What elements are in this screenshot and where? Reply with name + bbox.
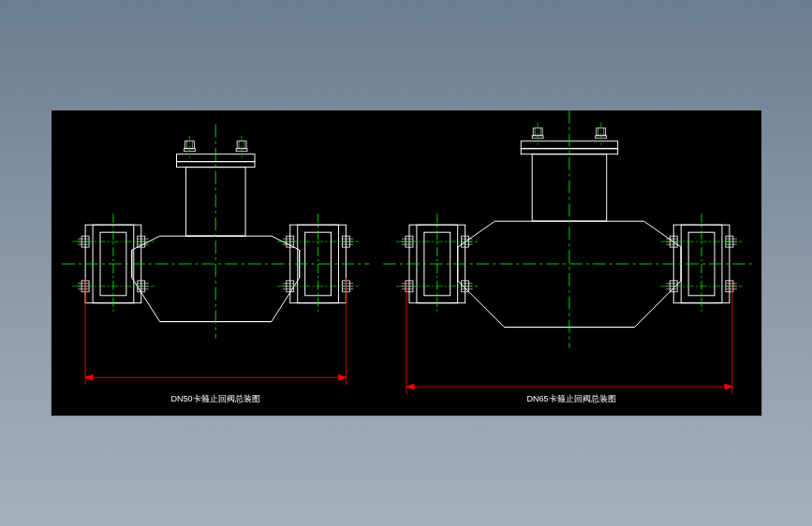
right-valve-drawing — [383, 110, 756, 394]
right-drawing-caption: DN65卡箍止回阀总装图 — [526, 393, 615, 405]
left-valve-drawing — [62, 124, 369, 385]
cad-canvas: DN50卡箍止回阀总装图 DN65卡箍止回阀总装图 — [51, 110, 762, 416]
cad-drawing-svg — [52, 110, 761, 416]
left-drawing-caption: DN50卡箍止回阀总装图 — [170, 393, 259, 405]
